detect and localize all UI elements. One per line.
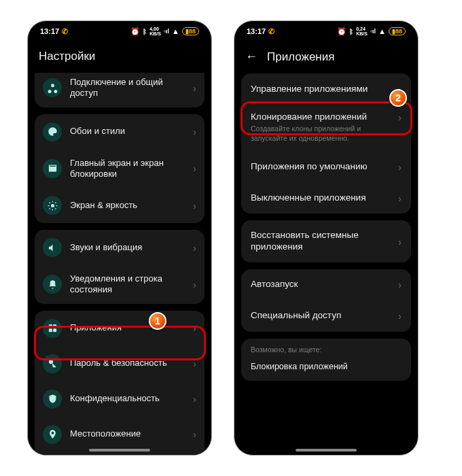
page-title: Настройки (39, 50, 95, 63)
row-label: Управление приложениями (251, 84, 390, 95)
row-wallpaper[interactable]: Обои и стили › (35, 114, 205, 150)
row-security[interactable]: Пароль & безопасность › (35, 346, 205, 381)
chevron-right-icon: › (398, 279, 402, 290)
status-time: 13:17 (40, 27, 59, 35)
row-disabled-apps[interactable]: Выключенные приложения › (241, 182, 411, 214)
row-label: Конфиденциальность (70, 393, 185, 404)
svg-rect-1 (48, 324, 52, 328)
bell-icon (43, 275, 62, 294)
row-label: Приложения (70, 322, 185, 333)
chevron-right-icon: › (398, 236, 402, 248)
battery-indicator: ▮88 (389, 27, 406, 35)
row-connection-sharing[interactable]: Подключение и общий доступ › (35, 73, 205, 107)
row-default-apps[interactable]: Приложения по умолчанию › (241, 151, 411, 182)
chevron-right-icon: › (398, 112, 402, 123)
share-icon (43, 78, 62, 97)
row-emergency[interactable]: Безопасность и экстренные случаи › (35, 452, 205, 456)
row-subtext: Создавайте клоны приложений и запускайте… (251, 124, 398, 143)
chevron-right-icon: › (193, 82, 196, 94)
row-sound[interactable]: Звуки и вибрация › (35, 230, 205, 265)
row-notifications[interactable]: Уведомления и строка состояния › (35, 265, 205, 304)
row-label: Звуки и вибрация (70, 242, 185, 253)
row-manage-apps[interactable]: Управление приложениями › (241, 73, 411, 105)
row-privacy[interactable]: Конфиденциальность › (35, 381, 205, 417)
row-label: Пароль & безопасность (70, 358, 185, 369)
row-apps[interactable]: Приложения › (35, 311, 205, 346)
alarm-icon: ⏰ (337, 27, 346, 36)
page-header: ← Приложения (234, 41, 418, 73)
alarm-icon: ⏰ (130, 27, 140, 36)
svg-rect-2 (53, 324, 56, 328)
home-indicator[interactable] (296, 449, 357, 452)
bluetooth-icon: ᛒ (349, 28, 353, 35)
row-label: Специальный доступ (251, 310, 390, 322)
chevron-right-icon: › (193, 322, 196, 334)
home-indicator[interactable] (89, 449, 150, 452)
row-label: Главный экран и экран блокировки (70, 158, 185, 180)
row-label: Клонирование приложений (251, 112, 398, 123)
status-bar: 13:17 ✆ ⏰ ᛒ 4,00 KB/S ▫ıl ▲ ▮88 (28, 21, 211, 41)
svg-rect-4 (53, 328, 56, 332)
tutorial-badge-2: 2 (389, 89, 407, 107)
chevron-right-icon: › (398, 310, 402, 322)
bluetooth-icon: ᛒ (143, 28, 147, 35)
brightness-icon (43, 196, 62, 215)
palette-icon (43, 122, 62, 141)
chevron-right-icon: › (193, 200, 196, 211)
whatsapp-icon: ✆ (62, 27, 68, 36)
row-label: Автозапуск (251, 279, 390, 290)
chevron-right-icon: › (193, 428, 196, 440)
tutorial-badge-1: 1 (149, 312, 166, 330)
chevron-right-icon: › (193, 126, 196, 137)
battery-indicator: ▮88 (182, 27, 199, 35)
chevron-right-icon: › (193, 163, 196, 174)
home-icon (43, 159, 62, 178)
location-icon (43, 425, 62, 444)
back-button[interactable]: ← (245, 50, 257, 64)
chevron-right-icon: › (193, 393, 196, 405)
row-homescreen[interactable]: Главный экран и экран блокировки › (35, 150, 205, 188)
row-special-access[interactable]: Специальный доступ › (241, 301, 411, 332)
row-display[interactable]: Экран & яркость › (35, 188, 205, 223)
row-label: Приложения по умолчанию (251, 161, 390, 173)
wifi-icon: ▲ (378, 27, 386, 35)
row-label: Подключение и общий доступ (70, 77, 185, 99)
row-label: Выключенные приложения (251, 192, 390, 204)
row-label: Уведомления и строка состояния (70, 273, 185, 296)
status-bar: 13:17 ✆ ⏰ ᛒ 0,24 KB/S ▫ıl ▲ ▮88 (234, 21, 418, 41)
net-speed: 4,00 KB/S (149, 27, 161, 36)
row-autostart[interactable]: Автозапуск › (241, 269, 411, 301)
row-label: Экран & яркость (70, 200, 185, 211)
page-header: Настройки (28, 41, 211, 73)
row-clone-apps[interactable]: Клонирование приложений Создавайте клоны… (241, 105, 411, 151)
chevron-right-icon: › (193, 358, 196, 369)
shield-icon (43, 390, 62, 409)
page-title: Приложения (267, 50, 334, 64)
hint-caption: Возможно, вы ищете: (241, 339, 411, 358)
chevron-right-icon: › (398, 161, 402, 173)
row-location[interactable]: Местоположение › (35, 417, 205, 452)
key-icon (43, 354, 62, 373)
chevron-right-icon: › (398, 192, 402, 204)
row-label: Восстановить системные приложения (251, 230, 390, 253)
hint-app-lock[interactable]: Блокировка приложений (241, 358, 411, 381)
chevron-right-icon: › (193, 279, 196, 290)
svg-point-0 (51, 204, 54, 207)
row-restore-system-apps[interactable]: Восстановить системные приложения › (241, 220, 411, 262)
wifi-icon: ▲ (172, 27, 179, 35)
apps-icon (43, 319, 62, 338)
signal-icon: ▫ıl (164, 28, 169, 35)
row-label: Местоположение (70, 428, 185, 439)
signal-icon: ▫ıl (370, 28, 376, 35)
row-label: Обои и стили (70, 126, 185, 137)
svg-rect-3 (48, 328, 52, 332)
sound-icon (43, 238, 62, 257)
whatsapp-icon: ✆ (268, 27, 274, 36)
status-time: 13:17 (247, 27, 266, 35)
net-speed: 0,24 KB/S (356, 27, 368, 36)
phone-left-settings: 13:17 ✆ ⏰ ᛒ 4,00 KB/S ▫ıl ▲ ▮88 Настройк… (27, 20, 212, 456)
chevron-right-icon: › (193, 242, 196, 254)
phone-right-apps: 13:17 ✆ ⏰ ᛒ 0,24 KB/S ▫ıl ▲ ▮88 ← Прилож… (234, 20, 419, 456)
